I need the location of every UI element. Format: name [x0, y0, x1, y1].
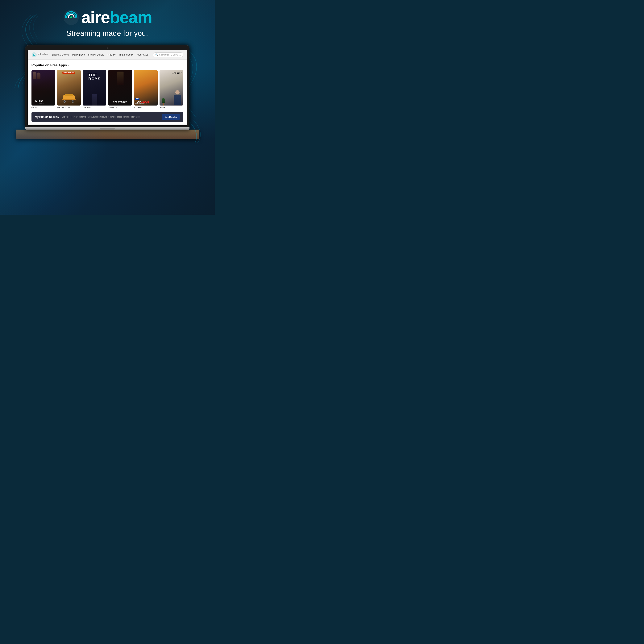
show-art-boys: THE BOYS: [83, 70, 106, 106]
show-thumbnail-topgear: BBC TopGear COMPLETE SEASON 33: [134, 70, 158, 106]
bundle-bar-description: Click "See Results" button to check your…: [62, 116, 159, 118]
show-art-topgear: BBC TopGear COMPLETE SEASON 33: [134, 70, 158, 106]
search-icon: 🔍: [155, 53, 158, 56]
frasier-title-art: Frasier: [172, 72, 182, 75]
show-thumbnail-spartacus: SPARTACUS: [108, 70, 132, 106]
section-chevron[interactable]: ›: [68, 64, 69, 67]
brand-logo-text: aire beam: [81, 8, 152, 27]
nav-marketplace[interactable]: Marketplace: [72, 53, 85, 56]
logo-beam: beam: [110, 8, 152, 27]
logo-aire: aire: [81, 8, 110, 27]
section-title: Popular on Free Apps ›: [31, 63, 183, 67]
gt-logo-badge: The Grand Tour: [62, 72, 76, 74]
screen-content: b MyBundleTV Shows & Movies Marketplace …: [28, 50, 187, 125]
logo-container: aire beam: [0, 8, 215, 27]
search-placeholder-text: Search for TV Show, ...: [159, 54, 181, 56]
see-results-button[interactable]: See Results: [162, 114, 180, 120]
svg-point-1: [70, 16, 72, 18]
mybundle-nav: b MyBundleTV Shows & Movies Marketplace …: [28, 50, 187, 60]
show-art-spartacus: SPARTACUS: [108, 70, 132, 106]
nav-links: Shows & Movies Marketplace Find My Bundl…: [52, 53, 153, 56]
nav-nfl-schedule[interactable]: NFL Schedule: [119, 53, 134, 56]
mybundle-logo-label: MyBundleTV: [38, 53, 48, 56]
show-label-topgear: Top Gear: [134, 106, 158, 109]
svg-text:b: b: [33, 54, 35, 56]
bundle-results-bar: My Bundle Results Click "See Results" bu…: [31, 112, 183, 122]
show-label-boys: The Boys: [83, 106, 106, 109]
laptop-screen-bezel: b MyBundleTV Shows & Movies Marketplace …: [25, 45, 189, 127]
show-card-frasier[interactable]: Frasier: [160, 70, 183, 109]
show-card-topgear[interactable]: BBC TopGear COMPLETE SEASON 33 Top Gear: [134, 70, 158, 109]
show-art-from: FROM SEASON THREE: [31, 70, 55, 106]
show-thumbnail-frasier: Frasier: [160, 70, 183, 106]
mybundle-logo[interactable]: b MyBundleTV: [31, 52, 48, 57]
show-art-grandtour: The Grand Tour: [57, 70, 81, 106]
airebeam-logo-icon: [63, 9, 80, 26]
show-thumbnail-grandtour: The Grand Tour: [57, 70, 81, 106]
laptop-mockup: b MyBundleTV Shows & Movies Marketplace …: [0, 45, 215, 130]
nav-free-tv[interactable]: Free TV: [107, 53, 116, 56]
show-label-from: FROM: [31, 106, 55, 109]
laptop-hinge: [100, 128, 115, 130]
nav-shows-movies[interactable]: Shows & Movies: [52, 53, 69, 56]
show-thumbnail-from: FROM SEASON THREE: [31, 70, 55, 106]
search-box[interactable]: 🔍 Search for TV Show, ...: [153, 52, 183, 57]
show-card-spartacus[interactable]: SPARTACUS Spartacus: [108, 70, 132, 109]
bundle-bar-title: My Bundle Results: [35, 115, 59, 118]
laptop-base: [25, 127, 189, 130]
mybundle-logo-icon: b: [31, 52, 37, 57]
show-art-frasier: Frasier: [160, 70, 183, 106]
show-card-grandtour[interactable]: The Grand Tour: [57, 70, 81, 109]
shows-grid: FROM SEASON THREE FROM: [31, 70, 183, 109]
laptop-camera: [107, 48, 108, 49]
tagline: Streaming made for you.: [0, 29, 215, 38]
show-label-spartacus: Spartacus: [108, 106, 132, 109]
show-label-frasier: Frasier: [160, 106, 183, 109]
laptop: b MyBundleTV Shows & Movies Marketplace …: [25, 45, 189, 130]
show-card-from[interactable]: FROM SEASON THREE FROM: [31, 70, 55, 109]
header: aire beam Streaming made for you.: [0, 0, 215, 38]
main-content: Popular on Free Apps ›: [28, 60, 187, 125]
nav-mobile-app[interactable]: Mobile App: [137, 53, 148, 56]
topgear-brand-badge: BBC: [135, 98, 139, 100]
show-thumbnail-boys: THE BOYS: [83, 70, 106, 106]
nav-find-my-bundle[interactable]: Find My Bundle: [88, 53, 104, 56]
show-card-boys[interactable]: THE BOYS The Boys: [83, 70, 106, 109]
show-label-grandtour: The Grand Tour: [57, 106, 81, 109]
section-title-text: Popular on Free Apps: [31, 63, 67, 67]
